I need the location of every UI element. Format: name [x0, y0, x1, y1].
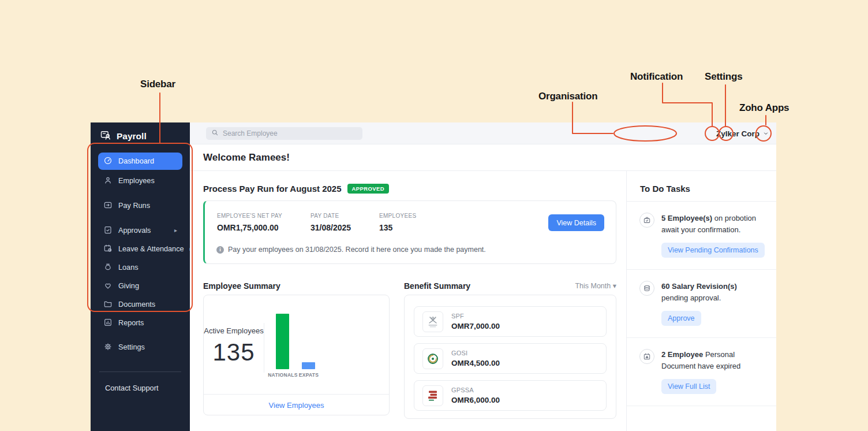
dashboard-left-column: Process Pay Run for August 2025 APPROVED… — [190, 171, 626, 431]
payrun-note-text: Pay your employees on 31/08/2025. Record… — [228, 246, 486, 254]
notification-callout-line — [663, 83, 712, 126]
pay-runs-icon — [103, 200, 113, 211]
caret-down-icon: ▾ — [613, 282, 616, 290]
benefit-value: OMR7,000.00 — [451, 322, 500, 330]
giving-icon — [103, 281, 113, 292]
page-title: Welcome Ramees! — [203, 152, 290, 164]
sidebar-item-settings[interactable]: Settings — [98, 339, 182, 356]
spf-logo — [422, 311, 443, 332]
gosi-logo — [422, 348, 443, 369]
sidebar-item-documents[interactable]: Documents — [98, 296, 182, 313]
benefit-row-spf[interactable]: SPF OMR7,000.00 — [414, 306, 607, 337]
approvals-icon — [103, 225, 113, 236]
benefit-row-gosi[interactable]: GOSI OMR4,500.00 — [414, 343, 607, 374]
sidebar-item-label: Approvals — [118, 226, 151, 235]
gpssa-logo — [422, 385, 443, 406]
sidebar-item-giving[interactable]: Giving — [98, 277, 182, 295]
task-probation: 5 Employee(s) on probotion await your co… — [627, 202, 776, 270]
dashboard-icon — [103, 156, 113, 167]
probation-check-icon — [639, 213, 654, 228]
status-badge: APPROVED — [347, 184, 390, 194]
payroll-logo-icon — [100, 129, 111, 143]
organisation-name: Zylker Corp — [716, 129, 760, 138]
sidebar-item-label: Documents — [118, 300, 155, 309]
info-icon: i — [216, 246, 224, 254]
payrun-card: EMPLOYEE'S NET PAY OMR1,75,000.00 PAY DA… — [203, 200, 616, 264]
benefit-summary-section: Benefit Summary This Month ▾ SPF OMR7,00… — [404, 281, 616, 419]
zoho-apps-annotation-label: Zoho Apps — [739, 102, 789, 114]
sidebar-item-label: Leave & Attendance — [118, 245, 184, 253]
expats-label: EXPATS — [293, 372, 325, 378]
loans-icon — [103, 262, 113, 273]
sidebar-item-dashboard[interactable]: Dashboard — [98, 153, 182, 170]
topbar: Search Employee Zylker Corp Z — [190, 122, 776, 144]
sidebar-nav: Dashboard Employees Pay Runs Approvals ▸… — [91, 153, 190, 356]
settings-annotation-label: Settings — [705, 71, 742, 83]
organisation-annotation-label: Organisation — [538, 91, 597, 102]
sidebar-item-label: Pay Runs — [118, 202, 150, 210]
active-employees-label: Active Employees — [204, 326, 264, 335]
benefit-name: GPSSA — [451, 387, 500, 393]
search-placeholder: Search Employee — [223, 129, 278, 138]
search-input[interactable]: Search Employee — [206, 127, 362, 140]
notification-annotation-label: Notification — [630, 71, 683, 83]
payrun-fields: EMPLOYEE'S NET PAY OMR1,75,000.00 PAY DA… — [217, 213, 416, 232]
organisation-selector[interactable]: Zylker Corp — [716, 122, 769, 144]
approve-button[interactable]: Approve — [661, 311, 701, 326]
view-full-list-button[interactable]: View Full List — [661, 379, 716, 394]
todo-title: To Do Tasks — [640, 184, 690, 194]
chevron-down-icon — [763, 129, 769, 138]
nationals-bar — [276, 314, 289, 369]
field-label: PAY DATE — [310, 213, 379, 219]
benefit-row-gpssa[interactable]: GPSSA OMR6,000.00 — [414, 380, 607, 411]
search-icon — [211, 129, 219, 138]
view-employees-link[interactable]: View Employees — [269, 401, 324, 410]
sidebar-item-label: Reports — [118, 319, 144, 327]
leave-attendance-icon — [103, 244, 113, 255]
task-text: 60 Salary Revision(s) pending approval. — [661, 281, 764, 304]
reports-icon — [103, 318, 113, 329]
field-label: EMPLOYEES — [379, 213, 416, 219]
payroll-app-window: Payroll Dashboard Employees Pay Runs App… — [91, 122, 776, 431]
chevron-right-icon: ▸ — [174, 228, 177, 233]
benefit-value: OMR4,500.00 — [451, 359, 500, 367]
net-pay-field: EMPLOYEE'S NET PAY OMR1,75,000.00 — [217, 213, 310, 232]
task-salary-revision: 60 Salary Revision(s) pending approval. … — [627, 270, 776, 338]
documents-icon — [103, 299, 113, 310]
app-title: Payroll — [117, 131, 147, 142]
sidebar-divider — [99, 371, 181, 372]
sidebar-item-employees[interactable]: Employees — [98, 172, 182, 190]
view-details-button[interactable]: View Details — [548, 214, 604, 231]
employee-summary-section: Employee Summary Active Employees 135 — [203, 281, 390, 419]
payrun-note: i Pay your employees on 31/08/2025. Reco… — [216, 246, 486, 254]
field-value: 31/08/2025 — [310, 223, 379, 232]
sidebar-item-leave-attendance[interactable]: Leave & Attendance ▸ — [98, 240, 182, 258]
sidebar-item-label: Employees — [118, 177, 155, 185]
sidebar-item-label: Giving — [118, 282, 139, 290]
salary-coins-icon — [639, 281, 654, 296]
employees-icon — [103, 176, 113, 187]
welcome-header: Welcome Ramees! — [190, 144, 776, 171]
employee-bar-chart: NATIONALS EXPATS — [264, 295, 390, 395]
benefit-summary-title: Benefit Summary — [404, 281, 470, 291]
benefit-period-dropdown[interactable]: This Month ▾ — [575, 281, 616, 290]
contact-support-link[interactable]: Contact Support — [105, 384, 190, 392]
active-employees-block: Active Employees 135 — [204, 326, 264, 366]
pay-date-field: PAY DATE 31/08/2025 — [310, 213, 379, 232]
active-employees-count: 135 — [204, 339, 264, 366]
sidebar-item-reports[interactable]: Reports — [98, 314, 182, 332]
sidebar-item-pay-runs[interactable]: Pay Runs — [98, 197, 182, 214]
employee-summary-title: Employee Summary — [203, 281, 280, 291]
benefit-name: SPF — [451, 313, 500, 319]
sidebar-item-approvals[interactable]: Approvals ▸ — [98, 222, 182, 239]
benefit-summary-card: SPF OMR7,000.00 GOSI OMR4,500.00 — [404, 295, 616, 419]
todo-panel: To Do Tasks 5 Employee(s) on probotion a… — [626, 171, 776, 431]
main-content: Process Pay Run for August 2025 APPROVED… — [190, 171, 776, 431]
sidebar-item-label: Loans — [118, 263, 139, 272]
expats-bar — [302, 362, 315, 369]
sidebar-annotation-label: Sidebar — [140, 79, 175, 90]
sidebar-item-loans[interactable]: Loans — [98, 259, 182, 276]
task-text: 5 Employee(s) on probotion await your co… — [661, 213, 764, 236]
view-pending-confirmations-button[interactable]: View Pending Confirmations — [661, 243, 765, 258]
task-text: 2 Employee Personal Document have expire… — [661, 349, 764, 372]
